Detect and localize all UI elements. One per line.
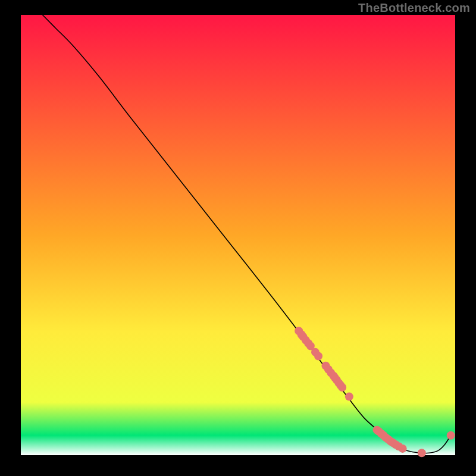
curve-marker: [447, 431, 455, 440]
curve-marker: [345, 393, 353, 401]
curve-marker: [418, 449, 426, 457]
curve-marker: [399, 444, 407, 453]
bottleneck-chart: [0, 0, 476, 476]
curve-marker: [314, 352, 322, 361]
chart-stage: TheBottleneck.com: [0, 0, 476, 476]
curve-marker: [338, 383, 346, 392]
watermark-text: TheBottleneck.com: [358, 1, 470, 15]
plot-area: [21, 15, 455, 455]
